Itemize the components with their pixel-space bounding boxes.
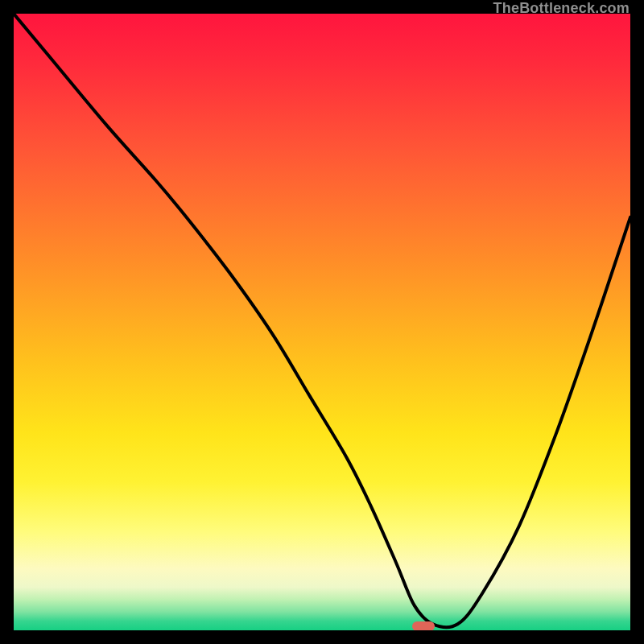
chart-stage: TheBottleneck.com xyxy=(0,0,644,644)
chart-plot-area xyxy=(14,14,630,630)
gradient-background xyxy=(14,14,630,630)
